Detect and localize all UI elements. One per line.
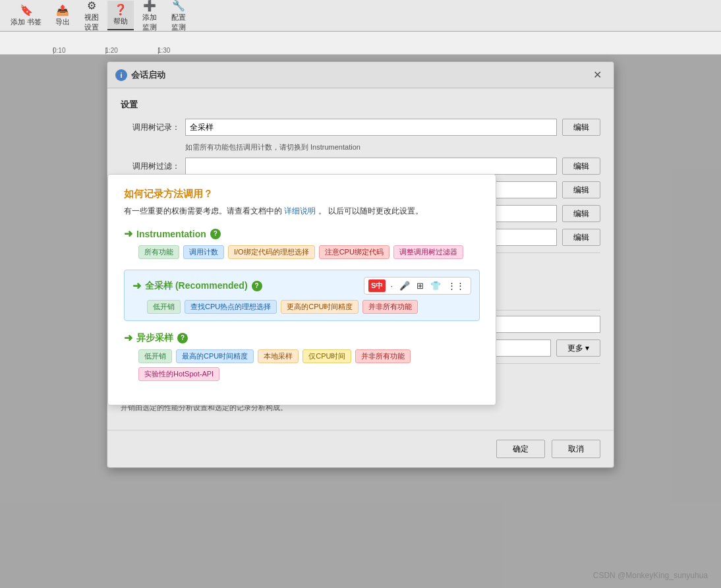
add-bookmark-icon: 🔖 bbox=[20, 4, 33, 16]
method-async-sampling-title[interactable]: 异步采样 bbox=[136, 332, 173, 344]
toolbar-config-monitor-label: 配置监测 bbox=[171, 13, 186, 32]
ime-mic-btn[interactable]: 🎤 bbox=[397, 280, 412, 291]
tag-filter-adjust: 调整调用树过滤器 bbox=[393, 245, 463, 259]
toolbar-view-settings-label: 视图设置 bbox=[84, 13, 99, 32]
dialog-info-icon: i bbox=[115, 69, 127, 81]
toolbar-export[interactable]: 📤 导出 bbox=[49, 1, 76, 30]
toolbar-config-monitor[interactable]: 🔧 配置监测 bbox=[165, 0, 192, 35]
tooltip-desc-text: 有一些重要的权衡需要考虑。请查看文档中的 bbox=[124, 206, 282, 216]
dialog-titlebar: i 会话启动 ✕ bbox=[107, 62, 614, 88]
call-tree-filter-row: 调用树过滤： 编辑 bbox=[121, 158, 600, 175]
jvm-exit-more-btn[interactable]: 更多 ▾ bbox=[556, 339, 600, 357]
timeline: 0:10 1:20 1:30 bbox=[0, 32, 721, 55]
settings-section-title: 设置 bbox=[121, 99, 600, 111]
ime-dot-btn[interactable]: · bbox=[388, 280, 395, 291]
tag-all-features: 所有功能 bbox=[138, 245, 179, 259]
probe-settings-edit-btn[interactable]: 编辑 bbox=[562, 229, 600, 246]
call-tree-filter-label: 调用树过滤： bbox=[121, 161, 180, 172]
call-tree-record-edit-btn[interactable]: 编辑 bbox=[562, 119, 600, 136]
add-monitor-icon: ➕ bbox=[143, 0, 156, 12]
view-settings-icon: ⚙ bbox=[87, 0, 96, 12]
tooltip-desc2: 。 以后可以随时更改此设置。 bbox=[318, 206, 423, 216]
method-instrumentation-header: ➜ Instrumentation ? bbox=[124, 227, 480, 240]
db-settings-edit-btn[interactable]: 编辑 bbox=[562, 205, 600, 222]
method-full-sampling-arrow: ➜ bbox=[132, 279, 141, 292]
tooltip-desc: 有一些重要的权衡需要考虑。请查看文档中的 详细说明 。 以后可以随时更改此设置。 bbox=[124, 206, 480, 217]
call-tree-record-label: 调用树记录： bbox=[121, 122, 180, 133]
dialog-footer: 确定 取消 bbox=[107, 430, 614, 467]
tag-hotspot-exp: 实验性的HotSpot-API bbox=[138, 367, 219, 381]
tag-cpu-caution: 注意CPU绑定代码 bbox=[319, 245, 389, 259]
call-tree-info: 如需所有功能包括调用计数，请切换到 Instrumentation bbox=[185, 142, 600, 152]
dialog-overlay: i 会话启动 ✕ 设置 调用树记录： 编辑 如需所有功能包括调用计数，请切换到 … bbox=[0, 55, 721, 588]
export-icon: 📤 bbox=[56, 4, 69, 16]
watermark: CSDN @MonkeyKing_sunyuhua bbox=[593, 571, 708, 580]
timeline-mark-0: 0:10 bbox=[53, 47, 65, 54]
toolbar-help[interactable]: ❓ 帮助 bbox=[107, 1, 134, 30]
ime-logo: S中 bbox=[368, 279, 386, 292]
ime-dots-btn[interactable]: ⋮⋮ bbox=[446, 280, 467, 291]
info-text-content: 如需所有功能包括调用计数，请切换到 Instrumentation bbox=[185, 143, 360, 151]
method-async-sampling-help[interactable]: ? bbox=[177, 333, 188, 343]
dialog-close-button[interactable]: ✕ bbox=[589, 67, 606, 82]
tag-async-low-overhead: 低开销 bbox=[138, 349, 172, 363]
timeline-mark-2: 1:30 bbox=[158, 47, 170, 54]
toolbar: 🔖 添加 书签 📤 导出 ⚙ 视图设置 ❓ 帮助 ➕ 添加监测 🔧 配置监测 bbox=[0, 0, 721, 32]
call-tree-record-input[interactable] bbox=[185, 119, 557, 136]
tag-call-count: 调用计数 bbox=[183, 245, 224, 259]
toolbar-export-label: 导出 bbox=[55, 17, 70, 27]
method-async-sampling: ➜ 异步采样 ? 低开销 最高的CPU时间精度 本地采样 仅CPU时间 并非所有… bbox=[124, 332, 480, 381]
session-startup-dialog: i 会话启动 ✕ 设置 调用树记录： 编辑 如需所有功能包括调用计数，请切换到 … bbox=[107, 61, 614, 468]
method-full-sampling-tags: 低开销 查找CPU热点的理想选择 更高的CPU时间精度 并非所有功能 bbox=[147, 300, 471, 314]
tag-async-not-all: 并非所有功能 bbox=[355, 349, 411, 363]
tooltip-title: 如何记录方法调用？ bbox=[124, 188, 480, 200]
method-full-sampling-title[interactable]: 全采样 (Recommended) bbox=[145, 280, 248, 292]
toolbar-add-monitor-label: 添加监测 bbox=[142, 13, 157, 32]
dialog-title-left: i 会话启动 bbox=[115, 69, 165, 81]
ime-shirt-btn[interactable]: 👕 bbox=[428, 280, 443, 291]
method-full-sampling-help[interactable]: ? bbox=[252, 281, 262, 291]
timeline-ruler: 0:10 1:20 1:30 bbox=[53, 32, 210, 54]
ime-grid-btn[interactable]: ⊞ bbox=[415, 280, 426, 291]
tag-cpu-precision: 更高的CPU时间精度 bbox=[281, 300, 359, 314]
toolbar-add-monitor[interactable]: ➕ 添加监测 bbox=[136, 0, 163, 35]
tooltip-panel: 如何记录方法调用？ 有一些重要的权衡需要考虑。请查看文档中的 详细说明 。 以后… bbox=[107, 174, 496, 405]
tag-io-ideal: I/O绑定代码的理想选择 bbox=[228, 245, 315, 259]
toolbar-view-settings[interactable]: ⚙ 视图设置 bbox=[78, 0, 105, 35]
toolbar-add-bookmark[interactable]: 🔖 添加 书签 bbox=[5, 1, 47, 30]
tag-native-sampling: 本地采样 bbox=[258, 349, 299, 363]
tag-cpu-time-only: 仅CPU时间 bbox=[303, 349, 351, 363]
config-monitor-icon: 🔧 bbox=[172, 0, 185, 12]
method-full-sampling-header: ➜ 全采样 (Recommended) ? S中 · 🎤 ⊞ 👕 ⋮⋮ bbox=[132, 277, 471, 295]
tag-cpu-hotspot: 查找CPU热点的理想选择 bbox=[185, 300, 277, 314]
call-tree-record-row: 调用树记录： 编辑 bbox=[121, 119, 600, 136]
dialog-title: 会话启动 bbox=[131, 69, 165, 81]
tag-low-overhead: 低开销 bbox=[147, 300, 181, 314]
method-instrumentation-tags: 所有功能 调用计数 I/O绑定代码的理想选择 注意CPU绑定代码 调整调用树过滤… bbox=[138, 245, 480, 259]
toolbar-add-bookmark-label: 添加 书签 bbox=[11, 17, 42, 27]
method-full-sampling: ➜ 全采样 (Recommended) ? S中 · 🎤 ⊞ 👕 ⋮⋮ bbox=[124, 270, 480, 321]
method-async-sampling-arrow: ➜ bbox=[124, 332, 132, 344]
method-async-sampling-tags: 低开销 最高的CPU时间精度 本地采样 仅CPU时间 并非所有功能 实验性的Ho… bbox=[138, 349, 480, 381]
method-async-sampling-header: ➜ 异步采样 ? bbox=[124, 332, 480, 344]
trigger-settings-edit-btn[interactable]: 编辑 bbox=[562, 181, 600, 198]
ime-toolbar: S中 · 🎤 ⊞ 👕 ⋮⋮ bbox=[364, 277, 471, 295]
help-icon: ❓ bbox=[114, 3, 127, 16]
toolbar-help-label: 帮助 bbox=[113, 16, 128, 26]
main-content: i 会话启动 ✕ 设置 调用树记录： 编辑 如需所有功能包括调用计数，请切换到 … bbox=[0, 55, 721, 588]
call-tree-filter-edit-btn[interactable]: 编辑 bbox=[562, 158, 600, 175]
tag-async-max-precision: 最高的CPU时间精度 bbox=[176, 349, 254, 363]
confirm-button[interactable]: 确定 bbox=[496, 440, 545, 458]
cancel-button[interactable]: 取消 bbox=[552, 440, 600, 458]
method-instrumentation: ➜ Instrumentation ? 所有功能 调用计数 I/O绑定代码的理想… bbox=[124, 227, 480, 259]
method-instrumentation-arrow: ➜ bbox=[124, 227, 132, 240]
method-instrumentation-title[interactable]: Instrumentation bbox=[136, 229, 206, 239]
method-instrumentation-help[interactable]: ? bbox=[210, 229, 221, 239]
tag-not-all-features: 并非所有功能 bbox=[362, 300, 418, 314]
timeline-mark-1: 1:20 bbox=[105, 47, 117, 54]
tooltip-link[interactable]: 详细说明 bbox=[284, 206, 316, 216]
